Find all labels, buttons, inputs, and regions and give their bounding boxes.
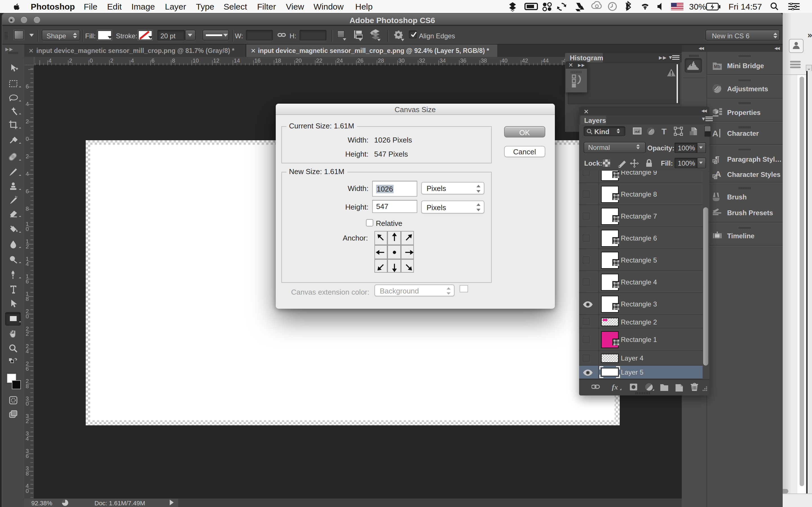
svg-text:A: A [712, 129, 718, 138]
svg-text:T: T [661, 126, 666, 135]
svg-text:fx: fx [612, 383, 618, 391]
svg-text:Mb: Mb [714, 64, 720, 69]
